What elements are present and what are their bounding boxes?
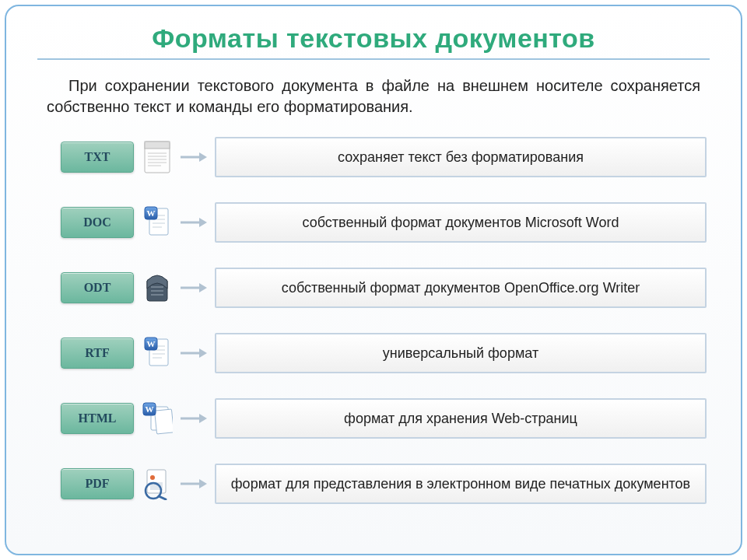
svg-line-43: [159, 496, 166, 499]
txt-file-icon: [142, 140, 173, 174]
format-desc: формат для представления в электронном в…: [215, 464, 707, 504]
format-badge-txt: TXT: [61, 142, 134, 173]
formats-list: TXT сохраняет текст без форматирования: [6, 136, 741, 505]
format-badge-rtf: RTF: [61, 338, 134, 369]
slide-frame: Форматы текстовых документов При сохране…: [5, 5, 742, 555]
svg-rect-34: [154, 409, 173, 434]
format-row: ODT собственный формат документов OpenOf…: [61, 267, 707, 309]
svg-marker-38: [199, 414, 207, 423]
format-badge-odt: ODT: [61, 272, 134, 303]
svg-rect-1: [145, 142, 170, 149]
format-desc: собственный формат документов Microsoft …: [215, 202, 707, 243]
svg-text:W: W: [146, 404, 154, 414]
doc-file-icon: W: [142, 205, 173, 240]
svg-marker-23: [199, 283, 207, 292]
arrow-icon: [181, 282, 207, 293]
arrow-icon: [181, 152, 207, 163]
svg-marker-32: [199, 348, 207, 358]
svg-marker-8: [199, 152, 207, 162]
format-row: HTML W формат для хранения Web-страниц: [61, 397, 707, 439]
format-row: PDF формат для представления в электронн…: [61, 463, 707, 505]
format-row: TXT сохраняет текст без форматирования: [61, 136, 707, 178]
svg-point-40: [150, 475, 155, 480]
pdf-file-icon: [142, 467, 173, 501]
svg-text:W: W: [147, 339, 156, 348]
html-file-icon: W: [142, 401, 173, 436]
format-desc: формат для хранения Web-страниц: [215, 398, 707, 439]
slide-title: Форматы текстовых документов: [37, 23, 710, 54]
odt-file-icon: [142, 271, 173, 305]
svg-text:W: W: [147, 208, 156, 218]
svg-marker-17: [199, 218, 207, 227]
arrow-icon: [181, 478, 207, 489]
format-desc: собственный формат документов OpenOffice…: [215, 268, 707, 308]
format-row: DOC W собственный формат документов Micr…: [61, 201, 707, 243]
svg-marker-45: [199, 479, 207, 488]
title-underline: [37, 58, 710, 60]
arrow-icon: [181, 348, 207, 359]
format-row: RTF W универсальный формат: [61, 332, 707, 374]
format-desc: универсальный формат: [215, 333, 707, 373]
intro-paragraph: При сохранении текстового документа в фа…: [47, 75, 700, 117]
format-badge-pdf: PDF: [61, 468, 134, 499]
arrow-icon: [181, 217, 207, 228]
format-badge-html: HTML: [61, 403, 134, 434]
format-badge-doc: DOC: [61, 207, 134, 238]
arrow-icon: [181, 413, 207, 424]
format-desc: сохраняет текст без форматирования: [215, 137, 707, 177]
rtf-file-icon: W: [142, 336, 173, 370]
